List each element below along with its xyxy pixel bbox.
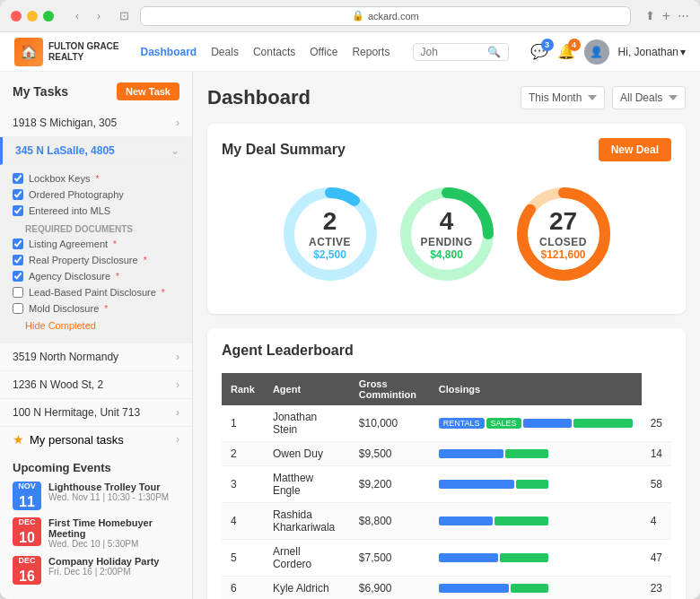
closings-cell: 23 — [642, 577, 671, 600]
fullscreen-button[interactable] — [43, 11, 54, 22]
check-label: Agency Disclosure — [29, 271, 110, 282]
deals-filter[interactable]: All Deals — [612, 86, 686, 109]
rentals-bar — [439, 480, 514, 489]
event-date: DEC 16 — [13, 556, 41, 585]
task-item[interactable]: 1236 N Wood St, 2 › — [0, 371, 192, 399]
check-label: Entereed into MLS — [29, 205, 110, 216]
deal-circle-closed: 27 CLOSED $121,600 — [514, 185, 613, 291]
task-item[interactable]: 100 N Hermitage, Unit 713 › — [0, 399, 192, 427]
check-item: Listing Agreement * — [13, 236, 179, 252]
circle-inner: 27 CLOSED $121,600 — [539, 207, 587, 261]
personal-tasks-item[interactable]: ★ My personal tasks › — [0, 427, 192, 452]
sidebar: My Tasks New Task 1918 S Michigan, 305 ›… — [0, 72, 193, 599]
nav-link-reports[interactable]: Reports — [352, 46, 389, 58]
closings-cell: 47 — [642, 540, 671, 577]
circle-number: 4 — [420, 207, 472, 236]
add-tab-icon[interactable]: + — [662, 8, 670, 24]
agent-cell: Arnell Cordero — [264, 540, 350, 577]
personal-tasks-left: ★ My personal tasks — [13, 432, 124, 447]
app-window: ‹ › ⊡ 🔒 ackard.com ⬆ + ⋯ 🏠 FULTON GRACE … — [0, 0, 700, 599]
photography-checkbox[interactable] — [13, 189, 23, 200]
event-day: 11 — [13, 492, 41, 510]
sales-bar — [573, 419, 633, 428]
logo-icon: 🏠 — [14, 38, 43, 66]
time-filter[interactable]: This Month — [521, 86, 605, 109]
event-item: DEC 16 Company Holiday Party Fri. Dec 16… — [13, 556, 179, 585]
minimize-button[interactable] — [27, 11, 38, 22]
rank-cell: 4 — [222, 503, 264, 540]
new-task-button[interactable]: New Task — [117, 82, 179, 100]
leadpaint-checkbox[interactable] — [13, 287, 23, 298]
deal-summary-title: My Deal Summary — [222, 142, 346, 158]
sales-bar — [500, 553, 548, 562]
header-filters: This Month All Deals — [521, 86, 686, 109]
bar-cell — [430, 540, 642, 577]
gross-cell: $10,000 — [350, 405, 430, 442]
url-bar[interactable]: 🔒 ackard.com — [140, 6, 631, 26]
rank-cell: 6 — [222, 577, 264, 600]
sales-bar — [516, 480, 548, 489]
property-checkbox[interactable] — [13, 255, 23, 265]
upcoming-events: Upcoming Events NOV 11 Lighthouse Trolle… — [0, 452, 192, 597]
page-title: Dashboard — [207, 86, 311, 109]
circle-container: 4 PENDING $4,800 — [398, 185, 496, 283]
check-label: Lockbox Keys — [29, 173, 90, 184]
sidebar-toggle[interactable]: ⊡ — [115, 7, 133, 25]
bar-container — [439, 515, 633, 527]
messages-button[interactable]: 💬 3 — [530, 43, 548, 60]
event-day: 10 — [13, 528, 41, 546]
back-button[interactable]: ‹ — [68, 7, 86, 25]
circle-label: CLOSED — [539, 236, 587, 248]
leaderboard-card: Agent Leaderboard RankAgentGross Commint… — [207, 328, 686, 599]
nav-link-office[interactable]: Office — [310, 46, 337, 58]
mls-checkbox[interactable] — [13, 205, 23, 216]
avatar[interactable]: 👤 — [584, 39, 609, 65]
required-indicator: * — [113, 239, 117, 249]
nav-link-contacts[interactable]: Contacts — [253, 46, 295, 58]
lock-icon: 🔒 — [352, 10, 364, 22]
circle-amount: $2,500 — [309, 248, 351, 261]
event-info: First Time Homebuyer Meeting Wed. Dec 10… — [48, 517, 179, 549]
bar-cell — [430, 503, 642, 540]
task-item[interactable]: 1918 S Michigan, 305 › — [0, 109, 192, 137]
rentals-bar — [439, 584, 509, 593]
url-text: ackard.com — [368, 11, 419, 22]
check-item: Agency Disclosure * — [13, 268, 179, 284]
extensions-icon[interactable]: ⋯ — [678, 9, 689, 22]
chevron-down-icon: ▾ — [680, 46, 686, 58]
agent-cell: Rashida Kharkariwala — [264, 503, 350, 540]
event-name: Company Holiday Party — [48, 556, 179, 567]
share-icon[interactable]: ⬆ — [645, 9, 655, 22]
closings-cell: 14 — [642, 442, 671, 466]
task-item[interactable]: 3519 North Normandy › — [0, 343, 192, 371]
event-time: Fri. Dec 16 | 2:00PM — [48, 567, 179, 577]
user-greeting[interactable]: Hi, Jonathan ▾ — [618, 46, 686, 58]
agent-cell: Owen Duy — [264, 442, 350, 466]
mold-checkbox[interactable] — [13, 303, 23, 314]
rank-cell: 1 — [222, 405, 264, 442]
nav-icons: 💬 3 🔔 4 👤 Hi, Jonathan ▾ — [530, 39, 686, 65]
listing-checkbox[interactable] — [13, 239, 23, 249]
circle-amount: $4,800 — [420, 248, 472, 261]
nav-link-dashboard[interactable]: Dashboard — [141, 46, 197, 58]
nav-link-deals[interactable]: Deals — [211, 46, 239, 58]
search-input[interactable] — [421, 46, 484, 58]
notifications-button[interactable]: 🔔 4 — [557, 43, 575, 60]
sales-bar — [505, 449, 548, 458]
upcoming-events-title: Upcoming Events — [13, 461, 179, 474]
table-row: 1 Jonathan Stein $10,000 RENTALSSALES 25 — [222, 405, 671, 442]
circle-number: 27 — [539, 207, 587, 236]
lockbox-checkbox[interactable] — [13, 173, 23, 184]
check-label: Lead-Based Paint Disclosure — [29, 287, 156, 298]
agency-checkbox[interactable] — [13, 271, 23, 282]
personal-tasks-label: My personal tasks — [30, 433, 124, 447]
chevron-right-icon: › — [176, 406, 179, 419]
forward-button[interactable]: › — [90, 7, 108, 25]
table-row: 2 Owen Duy $9,500 14 — [222, 442, 671, 466]
hide-completed-link[interactable]: Hide Completed — [13, 317, 179, 338]
circle-label: PENDING — [420, 236, 472, 248]
event-day: 16 — [13, 567, 41, 585]
close-button[interactable] — [11, 11, 22, 22]
task-item-expanded[interactable]: 345 N LaSalle, 4805 ⌄ — [0, 137, 192, 165]
new-deal-button[interactable]: New Deal — [599, 138, 671, 161]
